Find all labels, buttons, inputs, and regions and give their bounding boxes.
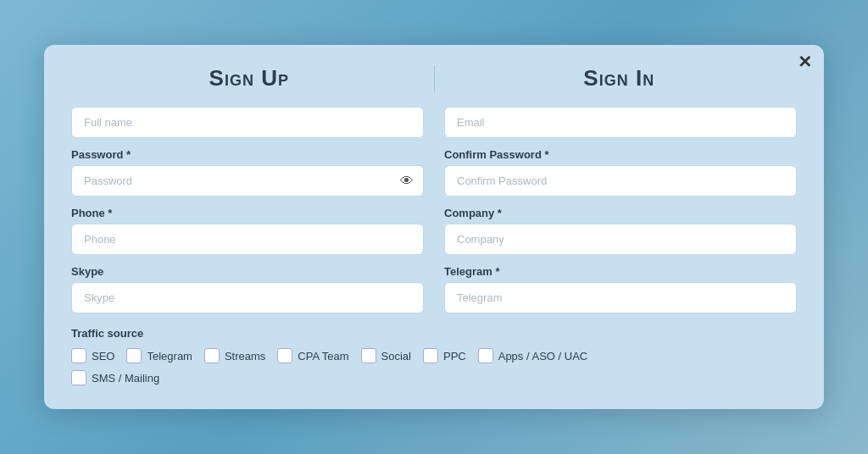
password-input[interactable] bbox=[71, 165, 424, 197]
skype-field-group: Skype bbox=[71, 265, 424, 313]
fullname-input[interactable] bbox=[71, 107, 424, 138]
checkbox-seo[interactable]: SEO bbox=[71, 348, 114, 363]
checkbox-sms-mailing[interactable]: SMS / Mailing bbox=[71, 370, 159, 385]
confirm-password-label: Confirm Password * bbox=[444, 148, 797, 161]
email-input-wrapper bbox=[444, 107, 797, 138]
phone-label: Phone * bbox=[71, 207, 424, 219]
checkbox-seo-input[interactable] bbox=[71, 348, 86, 363]
checkbox-seo-label: SEO bbox=[92, 350, 114, 363]
checkbox-telegram[interactable]: Telegram bbox=[126, 348, 192, 363]
checkbox-cpa-team[interactable]: CPA Team bbox=[277, 348, 348, 363]
signin-title: Sign In bbox=[442, 65, 798, 91]
email-field-group bbox=[444, 107, 797, 138]
eye-icon[interactable]: 👁 bbox=[400, 174, 414, 189]
phone-input[interactable] bbox=[71, 224, 424, 255]
signin-column: Confirm Password * Company * Telegram * bbox=[444, 107, 797, 324]
confirm-password-input[interactable] bbox=[444, 165, 797, 197]
traffic-source-label: Traffic source bbox=[71, 327, 797, 340]
checkbox-ppc[interactable]: PPC bbox=[423, 348, 466, 363]
password-input-wrapper: 👁 bbox=[71, 165, 424, 197]
fullname-input-wrapper bbox=[71, 107, 424, 138]
telegram-input-wrapper bbox=[444, 282, 797, 313]
phone-input-wrapper bbox=[71, 224, 424, 255]
header-divider bbox=[434, 65, 435, 91]
checkbox-social[interactable]: Social bbox=[361, 348, 411, 363]
signup-column: Password * 👁 Phone * Skype bbox=[71, 107, 424, 324]
confirm-password-field-group: Confirm Password * bbox=[444, 148, 797, 197]
skype-label: Skype bbox=[71, 265, 424, 278]
checkbox-streams-input[interactable] bbox=[204, 348, 220, 363]
company-input[interactable] bbox=[444, 224, 797, 255]
confirm-password-input-wrapper bbox=[444, 165, 797, 197]
email-input[interactable] bbox=[444, 107, 797, 138]
telegram-field-group: Telegram * bbox=[444, 265, 797, 313]
checkbox-telegram-label: Telegram bbox=[147, 350, 192, 363]
telegram-input[interactable] bbox=[444, 282, 797, 313]
checkboxes-row: SEO Telegram Streams CPA Team Social PPC bbox=[71, 348, 797, 363]
telegram-label: Telegram * bbox=[444, 265, 797, 278]
password-label: Password * bbox=[71, 148, 424, 161]
modal-header: Sign Up Sign In bbox=[71, 65, 797, 91]
company-field-group: Company * bbox=[444, 207, 797, 255]
signin-header-section: Sign In bbox=[442, 65, 798, 91]
signup-signin-modal: ✕ Sign Up Sign In Password * 👁 bbox=[44, 45, 824, 409]
signup-title: Sign Up bbox=[71, 65, 427, 91]
skype-input[interactable] bbox=[71, 282, 424, 313]
checkbox-sms-mailing-input[interactable] bbox=[71, 370, 86, 385]
form-body: Password * 👁 Phone * Skype bbox=[71, 107, 797, 324]
checkbox-streams[interactable]: Streams bbox=[204, 348, 265, 363]
checkbox-cpa-team-input[interactable] bbox=[277, 348, 292, 363]
company-input-wrapper bbox=[444, 224, 797, 255]
checkbox-ppc-label: PPC bbox=[443, 350, 466, 363]
phone-field-group: Phone * bbox=[71, 207, 424, 255]
checkbox-apps-aso-input[interactable] bbox=[478, 348, 493, 363]
checkbox-ppc-input[interactable] bbox=[423, 348, 438, 363]
checkbox-cpa-team-label: CPA Team bbox=[298, 350, 348, 363]
checkbox-telegram-input[interactable] bbox=[126, 348, 142, 363]
checkbox-social-input[interactable] bbox=[361, 348, 376, 363]
checkboxes-row-2: SMS / Mailing bbox=[71, 370, 797, 385]
traffic-source-section: Traffic source SEO Telegram Streams CPA … bbox=[71, 327, 797, 385]
fullname-field-group bbox=[71, 107, 424, 138]
skype-input-wrapper bbox=[71, 282, 424, 313]
checkbox-apps-aso-label: Apps / ASO / UAC bbox=[498, 350, 588, 363]
checkbox-social-label: Social bbox=[381, 350, 411, 363]
checkbox-streams-label: Streams bbox=[225, 350, 265, 363]
checkbox-sms-mailing-label: SMS / Mailing bbox=[92, 372, 159, 385]
password-field-group: Password * 👁 bbox=[71, 148, 424, 197]
close-button[interactable]: ✕ bbox=[798, 53, 812, 70]
company-label: Company * bbox=[444, 207, 797, 219]
checkbox-apps-aso[interactable]: Apps / ASO / UAC bbox=[478, 348, 588, 363]
signup-header-section: Sign Up bbox=[71, 65, 427, 91]
